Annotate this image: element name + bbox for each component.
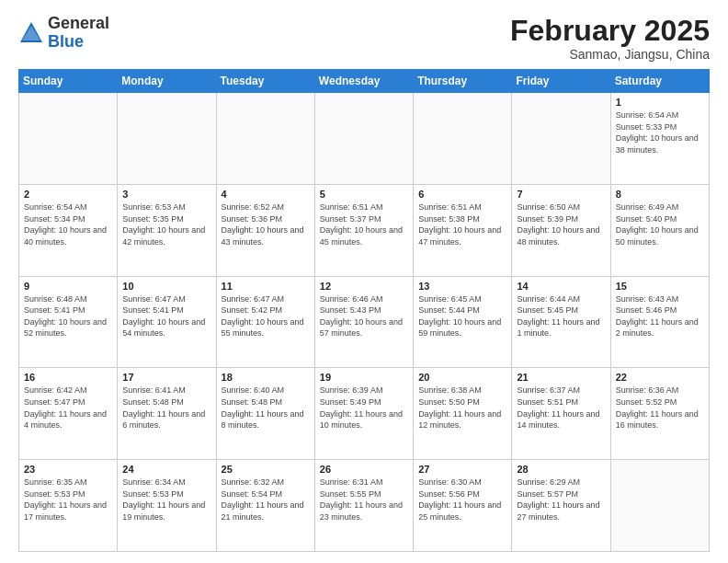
day-number: 27 <box>418 464 506 475</box>
day-info: Sunrise: 6:37 AM Sunset: 5:51 PM Dayligh… <box>517 385 605 431</box>
calendar-header-row: SundayMondayTuesdayWednesdayThursdayFrid… <box>19 70 710 93</box>
calendar-cell: 18Sunrise: 6:40 AM Sunset: 5:48 PM Dayli… <box>216 368 314 460</box>
calendar-week-1: 2Sunrise: 6:54 AM Sunset: 5:34 PM Daylig… <box>19 184 710 276</box>
calendar-week-2: 9Sunrise: 6:48 AM Sunset: 5:41 PM Daylig… <box>19 276 710 368</box>
day-info: Sunrise: 6:51 AM Sunset: 5:38 PM Dayligh… <box>418 201 506 247</box>
calendar-header-tuesday: Tuesday <box>216 70 314 93</box>
calendar-cell <box>314 93 413 185</box>
calendar-cell <box>216 93 314 185</box>
day-info: Sunrise: 6:39 AM Sunset: 5:49 PM Dayligh… <box>320 385 408 431</box>
day-info: Sunrise: 6:54 AM Sunset: 5:33 PM Dayligh… <box>616 109 704 155</box>
calendar-cell <box>610 460 709 552</box>
day-info: Sunrise: 6:52 AM Sunset: 5:36 PM Dayligh… <box>222 201 310 247</box>
logo-text: General Blue <box>48 15 109 52</box>
calendar-week-3: 16Sunrise: 6:42 AM Sunset: 5:47 PM Dayli… <box>19 368 710 460</box>
logo-general-text: General <box>48 14 109 32</box>
day-info: Sunrise: 6:40 AM Sunset: 5:48 PM Dayligh… <box>222 385 310 431</box>
day-number: 8 <box>616 189 704 200</box>
calendar-cell: 7Sunrise: 6:50 AM Sunset: 5:39 PM Daylig… <box>512 184 610 276</box>
day-number: 4 <box>222 189 310 200</box>
calendar-header-wednesday: Wednesday <box>314 70 413 93</box>
day-info: Sunrise: 6:30 AM Sunset: 5:56 PM Dayligh… <box>418 477 506 523</box>
calendar-cell <box>118 93 216 185</box>
day-number: 17 <box>122 372 210 383</box>
calendar-cell: 4Sunrise: 6:52 AM Sunset: 5:36 PM Daylig… <box>216 184 314 276</box>
calendar-cell: 12Sunrise: 6:46 AM Sunset: 5:43 PM Dayli… <box>314 276 413 368</box>
day-info: Sunrise: 6:47 AM Sunset: 5:41 PM Dayligh… <box>122 293 210 339</box>
calendar-cell: 24Sunrise: 6:34 AM Sunset: 5:53 PM Dayli… <box>118 460 216 552</box>
day-info: Sunrise: 6:51 AM Sunset: 5:37 PM Dayligh… <box>320 201 408 247</box>
calendar-cell: 16Sunrise: 6:42 AM Sunset: 5:47 PM Dayli… <box>19 368 118 460</box>
calendar-header-saturday: Saturday <box>610 70 709 93</box>
calendar-cell: 5Sunrise: 6:51 AM Sunset: 5:37 PM Daylig… <box>314 184 413 276</box>
day-number: 2 <box>24 189 112 200</box>
calendar-cell: 20Sunrise: 6:38 AM Sunset: 5:50 PM Dayli… <box>414 368 512 460</box>
day-info: Sunrise: 6:48 AM Sunset: 5:41 PM Dayligh… <box>24 293 112 339</box>
day-number: 5 <box>320 189 408 200</box>
calendar-week-0: 1Sunrise: 6:54 AM Sunset: 5:33 PM Daylig… <box>19 93 710 185</box>
calendar-cell <box>414 93 512 185</box>
calendar-cell <box>19 93 118 185</box>
day-number: 13 <box>418 281 506 292</box>
day-info: Sunrise: 6:43 AM Sunset: 5:46 PM Dayligh… <box>616 293 704 339</box>
day-number: 14 <box>517 281 605 292</box>
day-number: 23 <box>24 464 112 475</box>
calendar-cell: 25Sunrise: 6:32 AM Sunset: 5:54 PM Dayli… <box>216 460 314 552</box>
calendar-cell: 6Sunrise: 6:51 AM Sunset: 5:38 PM Daylig… <box>414 184 512 276</box>
logo-icon <box>18 20 44 46</box>
calendar-cell: 28Sunrise: 6:29 AM Sunset: 5:57 PM Dayli… <box>512 460 610 552</box>
day-number: 6 <box>418 189 506 200</box>
calendar-cell <box>512 93 610 185</box>
day-info: Sunrise: 6:49 AM Sunset: 5:40 PM Dayligh… <box>616 201 704 247</box>
day-info: Sunrise: 6:47 AM Sunset: 5:42 PM Dayligh… <box>222 293 310 339</box>
calendar-cell: 13Sunrise: 6:45 AM Sunset: 5:44 PM Dayli… <box>414 276 512 368</box>
day-number: 20 <box>418 372 506 383</box>
day-number: 21 <box>517 372 605 383</box>
day-number: 11 <box>222 281 310 292</box>
day-info: Sunrise: 6:45 AM Sunset: 5:44 PM Dayligh… <box>418 293 506 339</box>
day-info: Sunrise: 6:53 AM Sunset: 5:35 PM Dayligh… <box>122 201 210 247</box>
day-number: 10 <box>122 281 210 292</box>
day-number: 28 <box>517 464 605 475</box>
calendar-table: SundayMondayTuesdayWednesdayThursdayFrid… <box>18 69 710 552</box>
day-number: 18 <box>222 372 310 383</box>
calendar-cell: 15Sunrise: 6:43 AM Sunset: 5:46 PM Dayli… <box>610 276 709 368</box>
calendar-cell: 8Sunrise: 6:49 AM Sunset: 5:40 PM Daylig… <box>610 184 709 276</box>
header: General Blue February 2025 Sanmao, Jiang… <box>18 15 710 62</box>
calendar-header-thursday: Thursday <box>414 70 512 93</box>
day-number: 7 <box>517 189 605 200</box>
logo: General Blue <box>18 15 109 52</box>
day-info: Sunrise: 6:34 AM Sunset: 5:53 PM Dayligh… <box>122 477 210 523</box>
calendar-week-4: 23Sunrise: 6:35 AM Sunset: 5:53 PM Dayli… <box>19 460 710 552</box>
calendar-cell: 21Sunrise: 6:37 AM Sunset: 5:51 PM Dayli… <box>512 368 610 460</box>
day-number: 3 <box>122 189 210 200</box>
day-number: 22 <box>616 372 704 383</box>
calendar-cell: 10Sunrise: 6:47 AM Sunset: 5:41 PM Dayli… <box>118 276 216 368</box>
day-info: Sunrise: 6:36 AM Sunset: 5:52 PM Dayligh… <box>616 385 704 431</box>
calendar-cell: 11Sunrise: 6:47 AM Sunset: 5:42 PM Dayli… <box>216 276 314 368</box>
day-info: Sunrise: 6:35 AM Sunset: 5:53 PM Dayligh… <box>24 477 112 523</box>
logo-blue-text: Blue <box>48 32 84 51</box>
calendar-cell: 3Sunrise: 6:53 AM Sunset: 5:35 PM Daylig… <box>118 184 216 276</box>
calendar-cell: 2Sunrise: 6:54 AM Sunset: 5:34 PM Daylig… <box>19 184 118 276</box>
calendar-header-friday: Friday <box>512 70 610 93</box>
day-info: Sunrise: 6:50 AM Sunset: 5:39 PM Dayligh… <box>517 201 605 247</box>
day-number: 25 <box>222 464 310 475</box>
calendar-cell: 26Sunrise: 6:31 AM Sunset: 5:55 PM Dayli… <box>314 460 413 552</box>
day-info: Sunrise: 6:29 AM Sunset: 5:57 PM Dayligh… <box>517 477 605 523</box>
calendar-cell: 17Sunrise: 6:41 AM Sunset: 5:48 PM Dayli… <box>118 368 216 460</box>
day-number: 24 <box>122 464 210 475</box>
calendar-cell: 23Sunrise: 6:35 AM Sunset: 5:53 PM Dayli… <box>19 460 118 552</box>
day-number: 9 <box>24 281 112 292</box>
day-number: 16 <box>24 372 112 383</box>
day-number: 26 <box>320 464 408 475</box>
month-year: February 2025 <box>510 15 710 47</box>
calendar-header-monday: Monday <box>118 70 216 93</box>
day-info: Sunrise: 6:32 AM Sunset: 5:54 PM Dayligh… <box>222 477 310 523</box>
calendar-cell: 14Sunrise: 6:44 AM Sunset: 5:45 PM Dayli… <box>512 276 610 368</box>
day-number: 12 <box>320 281 408 292</box>
day-number: 1 <box>616 97 704 108</box>
calendar-cell: 19Sunrise: 6:39 AM Sunset: 5:49 PM Dayli… <box>314 368 413 460</box>
day-info: Sunrise: 6:44 AM Sunset: 5:45 PM Dayligh… <box>517 293 605 339</box>
calendar-header-sunday: Sunday <box>19 70 118 93</box>
